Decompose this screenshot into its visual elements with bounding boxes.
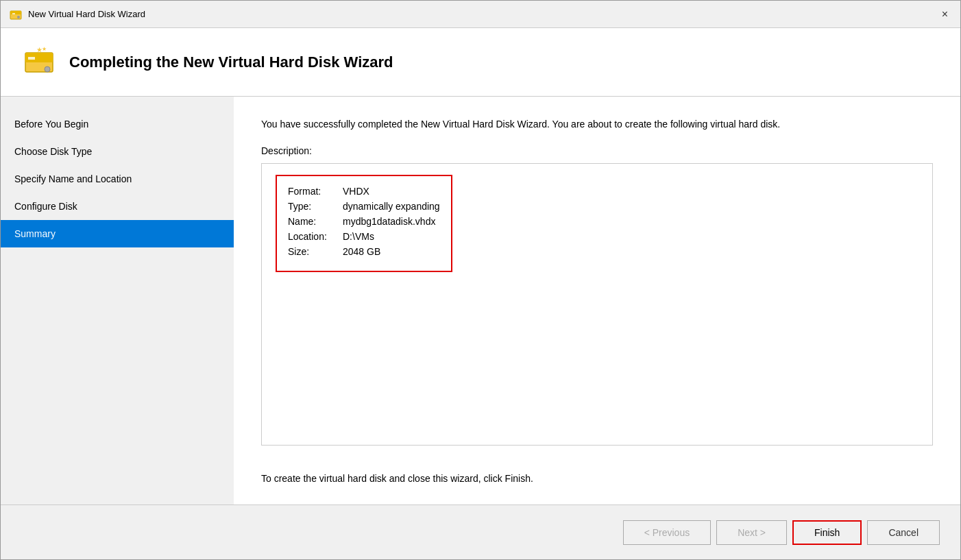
next-button: Next > (716, 520, 787, 545)
type-row: Type: dynamically expanding (288, 201, 440, 212)
svg-rect-1 (10, 11, 21, 14)
type-label: Type: (288, 201, 343, 212)
nav-item-summary[interactable]: Summary (1, 220, 234, 247)
nav-item-before-you-begin[interactable]: Before You Begin (1, 110, 234, 138)
size-value: 2048 GB (343, 246, 380, 257)
window-icon (9, 8, 23, 21)
description-label: Description: (261, 145, 933, 156)
svg-text:★: ★ (42, 46, 47, 52)
svg-rect-2 (12, 13, 15, 14)
wizard-header: ★ ★ Completing the New Virtual Hard Disk… (1, 28, 960, 97)
header-icon: ★ ★ (23, 46, 56, 79)
finish-button[interactable]: Finish (792, 520, 862, 545)
wizard-content: You have successfully completed the New … (234, 97, 960, 504)
size-row: Size: 2048 GB (288, 246, 440, 257)
format-value: VHDX (343, 186, 369, 197)
wizard-body: Before You Begin Choose Disk Type Specif… (1, 97, 960, 504)
window-title: New Virtual Hard Disk Wizard (28, 9, 938, 19)
description-box: Format: VHDX Type: dynamically expanding… (261, 163, 933, 446)
location-value: D:\VMs (343, 231, 374, 242)
title-bar: New Virtual Hard Disk Wizard × (1, 1, 960, 28)
wizard-nav: Before You Begin Choose Disk Type Specif… (1, 97, 234, 504)
intro-text: You have successfully completed the New … (261, 117, 933, 132)
nav-item-specify-name[interactable]: Specify Name and Location (1, 165, 234, 193)
location-label: Location: (288, 231, 343, 242)
svg-point-3 (17, 16, 20, 19)
name-label: Name: (288, 216, 343, 227)
close-button[interactable]: × (938, 8, 952, 21)
disk-info-highlight: Format: VHDX Type: dynamically expanding… (276, 175, 452, 272)
location-row: Location: D:\VMs (288, 231, 440, 242)
name-row: Name: mydbg1datadisk.vhdx (288, 216, 440, 227)
nav-item-choose-disk-type[interactable]: Choose Disk Type (1, 138, 234, 165)
cancel-button[interactable]: Cancel (867, 520, 940, 545)
format-label: Format: (288, 186, 343, 197)
size-label: Size: (288, 246, 343, 257)
wizard-window: New Virtual Hard Disk Wizard × ★ ★ Compl… (0, 0, 961, 560)
wizard-title: Completing the New Virtual Hard Disk Wiz… (69, 53, 393, 71)
footer-instruction: To create the virtual hard disk and clos… (261, 473, 933, 484)
wizard-footer: < Previous Next > Finish Cancel (1, 504, 960, 559)
svg-rect-6 (28, 57, 35, 60)
type-value: dynamically expanding (343, 201, 440, 212)
nav-item-configure-disk[interactable]: Configure Disk (1, 193, 234, 220)
svg-point-7 (45, 66, 50, 72)
previous-button[interactable]: < Previous (623, 520, 711, 545)
name-value: mydbg1datadisk.vhdx (343, 216, 435, 227)
format-row: Format: VHDX (288, 186, 440, 197)
